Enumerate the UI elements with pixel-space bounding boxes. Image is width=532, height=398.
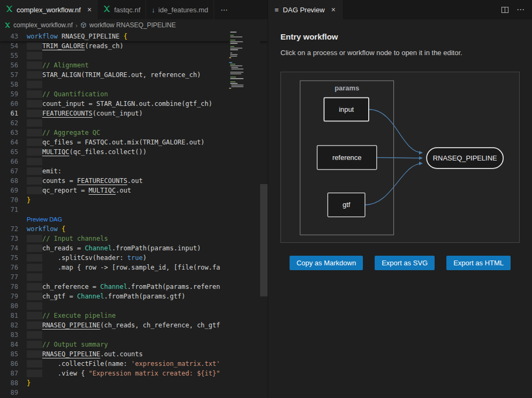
code-text: .view { "Expression matrix created: ${it… — [27, 369, 220, 378]
code-line[interactable]: 78 ch_reference = Channel.fromPath(param… — [0, 282, 268, 292]
code-line[interactable]: 72workflow { — [0, 224, 268, 234]
dag-node-label: gtf — [343, 201, 351, 209]
indent-guide-highlight — [27, 148, 42, 156]
nextflow-file-icon — [4, 22, 11, 28]
code-line[interactable]: 84 // Output summary — [0, 340, 268, 349]
tab-dag-preview[interactable]: ≡ DAG Preview × — [268, 0, 343, 19]
markdown-file-icon: ↓ — [151, 6, 155, 14]
sticky-line[interactable]: 43workflow RNASEQ_PIPELINE { — [0, 32, 127, 41]
panel-body: Entry workflow Click on a process or wor… — [268, 19, 532, 398]
split-editor-icon[interactable] — [501, 6, 509, 14]
editor-scrollbar[interactable] — [260, 31, 268, 398]
tab-fastqc[interactable]: fastqc.nf — [97, 0, 146, 19]
indent-guide-highlight — [27, 42, 42, 50]
code-line[interactable]: 63 // Aggregate QC — [0, 128, 268, 137]
symbol-link[interactable]: MULTIQC — [89, 187, 116, 194]
line-number: 87 — [0, 369, 27, 378]
code-line[interactable]: 88} — [0, 378, 268, 388]
code-line[interactable]: 55 — [0, 51, 268, 60]
code-line[interactable]: 79 ch_gtf = Channel.fromPath(params.gtf) — [0, 292, 268, 301]
code-token: RNASEQ_PIPELINE — [58, 33, 124, 40]
code-line[interactable]: 73 // Input channels — [0, 234, 268, 243]
tab-complex-workflow[interactable]: complex_workflow.nf × — [0, 0, 97, 19]
line-number: 78 — [0, 282, 27, 292]
minimap-line — [230, 56, 237, 57]
code-line[interactable]: 66 — [0, 157, 268, 166]
code-text: workflow RNASEQ_PIPELINE { — [27, 32, 127, 41]
code-line[interactable]: 60 count_input = STAR_ALIGN.out.combine(… — [0, 99, 268, 109]
code-line[interactable]: 85 RNASEQ_PIPELINE.out.counts — [0, 349, 268, 359]
breadcrumb-symbol[interactable]: workflow RNASEQ_PIPELINE — [89, 21, 176, 29]
code-line[interactable]: 69 qc_report = MULTIQC.out — [0, 186, 268, 195]
sticky-scroll-line[interactable]: 43workflow RNASEQ_PIPELINE { — [0, 31, 268, 41]
dag-node-reference[interactable]: reference — [317, 146, 377, 170]
code-line[interactable]: 77 — [0, 272, 268, 282]
symbol-link[interactable]: FEATURECOUNTS — [42, 110, 93, 117]
more-tabs-button[interactable]: ⋯ — [214, 0, 234, 19]
code-line[interactable]: 89 — [0, 388, 268, 397]
minimap[interactable] — [229, 31, 260, 398]
line-number: 62 — [0, 118, 27, 128]
code-line[interactable]: 76 .map { row -> [row.sample_id, [file(r… — [0, 263, 268, 272]
line-number: 61 — [0, 109, 27, 118]
panel-tab-label: DAG Preview — [283, 6, 325, 14]
code-line[interactable]: 86 .collectFile(name: 'expression_matrix… — [0, 359, 268, 369]
code-token: "Expression matrix created: ${it}" — [89, 370, 221, 377]
code-line[interactable]: 56 // Alignment — [0, 60, 268, 70]
minimap-line — [230, 48, 242, 49]
minimap-line — [230, 46, 234, 47]
indent-guide-highlight — [27, 293, 42, 300]
export-as-html-button[interactable]: Export as HTML — [446, 256, 511, 270]
code-line[interactable]: 68 counts = FEATURECOUNTS.out — [0, 176, 268, 186]
scrollbar-thumb[interactable] — [260, 184, 268, 296]
code-line[interactable]: 59 // Quantification — [0, 89, 268, 99]
code-line[interactable]: 62 — [0, 118, 268, 128]
code-line[interactable]: 65 MULTIQC(qc_files.collect()) — [0, 147, 268, 157]
code-token: // Aggregate QC — [42, 129, 100, 136]
code-line[interactable]: 87 .view { "Expression matrix created: $… — [0, 369, 268, 378]
minimap-line — [229, 80, 260, 81]
code-line[interactable]: 75 .splitCsv(header: true) — [0, 253, 268, 263]
code-line[interactable]: 80 — [0, 301, 268, 311]
code-line[interactable]: 58 — [0, 80, 268, 89]
code-line[interactable]: 64 qc_files = FASTQC.out.mix(TRIM_GALORE… — [0, 137, 268, 147]
close-panel-icon[interactable]: × — [331, 5, 336, 14]
more-actions-icon[interactable]: ⋯ — [516, 5, 525, 14]
code-line[interactable]: 81 // Execute pipeline — [0, 311, 268, 320]
code-token: 'expression_matrix.txt' — [131, 360, 220, 368]
symbol-link[interactable]: MULTIQC — [42, 148, 70, 156]
code-text: RNASEQ_PIPELINE(ch_reads, ch_reference, … — [27, 320, 220, 330]
code-line[interactable]: 57 STAR_ALIGN(TRIM_GALORE.out, reference… — [0, 70, 268, 80]
code-line[interactable]: 61 FEATURECOUNTS(count_input) — [0, 109, 268, 118]
dag-svg: paramsinputreferencegtfRNASEQ_PIPELINE — [281, 72, 519, 242]
code-lines: 54 TRIM_GALORE(reads_ch)55 56 // Alignme… — [0, 41, 268, 397]
code-line[interactable]: 67 emit: — [0, 166, 268, 176]
codelens-row[interactable]: Preview DAG — [0, 215, 268, 224]
dag-node-input[interactable]: input — [324, 98, 368, 121]
code-line[interactable]: 82 RNASEQ_PIPELINE(ch_reads, ch_referenc… — [0, 320, 268, 330]
indent-guide-highlight — [27, 331, 42, 339]
code-editor[interactable]: 43workflow RNASEQ_PIPELINE { 54 TRIM_GAL… — [0, 31, 268, 398]
close-tab-icon[interactable]: × — [87, 6, 92, 13]
export-as-svg-button[interactable]: Export as SVG — [375, 256, 435, 270]
code-line[interactable]: 71 — [0, 205, 268, 215]
minimap-line — [229, 70, 260, 71]
tab-ide-features[interactable]: ↓ ide_features.md — [146, 0, 214, 19]
symbol-link[interactable]: FEATURECOUNTS — [77, 177, 127, 185]
code-line[interactable]: 74 ch_reads = Channel.fromPath(params.in… — [0, 243, 268, 253]
dag-node-gtf[interactable]: gtf — [328, 193, 365, 217]
code-text: MULTIQC(qc_files.collect()) — [27, 147, 147, 157]
code-token: .fromPath(params.input) — [112, 244, 201, 252]
minimap-line — [230, 64, 235, 65]
code-line[interactable]: 54 TRIM_GALORE(reads_ch) — [0, 41, 268, 51]
code-text: } — [27, 378, 31, 388]
indent-guide-highlight — [27, 90, 42, 98]
symbol-link[interactable]: TRIM_GALORE — [42, 42, 85, 50]
symbol-link[interactable]: RNASEQ_PIPELINE — [42, 350, 100, 358]
code-line[interactable]: 70} — [0, 195, 268, 205]
dag-node-RNASEQ_PIPELINE[interactable]: RNASEQ_PIPELINE — [427, 148, 503, 169]
breadcrumb-file[interactable]: complex_workflow.nf — [13, 21, 73, 29]
code-line[interactable]: 83 — [0, 330, 268, 340]
symbol-link[interactable]: RNASEQ_PIPELINE — [42, 322, 100, 329]
copy-as-markdown-button[interactable]: Copy as Markdown — [290, 256, 363, 270]
